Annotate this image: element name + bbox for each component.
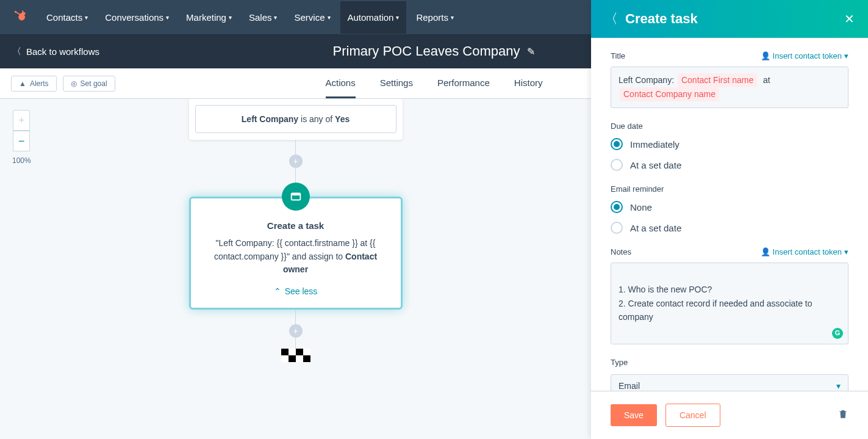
nav-contacts[interactable]: Contacts▾ [46,1,88,34]
nav-sales[interactable]: Sales▾ [249,1,278,34]
token-contact-company[interactable]: Contact Company name [620,87,719,101]
token-contact-firstname[interactable]: Contact First name [678,73,757,87]
chevron-down-icon: ▾ [451,14,454,21]
chevron-down-icon: ▾ [274,14,277,21]
type-select[interactable]: Email ▾ [611,374,848,391]
back-to-workflows-link[interactable]: 〈 Back to workflows [12,46,99,57]
person-icon: 👤 [761,51,770,60]
reminder-none-radio[interactable]: None [611,201,848,213]
task-title-input[interactable]: Left Company: Contact First name at Cont… [611,67,848,108]
nav-automation[interactable]: Automation▾ [340,1,407,34]
trash-icon [838,408,848,420]
due-date-label: Due date [611,122,848,131]
tab-actions[interactable]: Actions [326,68,356,98]
nav-reports[interactable]: Reports▾ [416,1,454,34]
due-immediately-radio[interactable]: Immediately [611,138,848,150]
chevron-down-icon: ▾ [166,14,169,21]
connector-line [295,338,296,349]
workflow-flow: Left Company is any of Yes + Create a ta… [189,99,403,362]
chevron-down-icon: ▾ [85,14,88,21]
insert-token-link[interactable]: 👤 Insert contact token ▾ [761,247,848,256]
trigger-card[interactable]: Left Company is any of Yes [189,99,403,140]
target-icon: ◎ [71,79,77,88]
panel-title: Create task [625,11,837,27]
see-less-toggle[interactable]: ⌃ See less [274,286,318,296]
warning-icon: ▲ [19,79,26,88]
zoom-in-button[interactable]: + [13,110,30,131]
connector-line [295,140,296,154]
workflow-tabs: Actions Settings Performance History [326,68,543,98]
panel-header: 〈 Create task ✕ [591,0,868,38]
trigger-property: Left Company [242,114,298,124]
panel-footer: Save Cancel [591,391,868,439]
person-icon: 👤 [761,247,770,256]
zoom-controls: + − 100% [12,110,31,165]
chevron-down-icon: ▾ [844,247,848,256]
tab-performance[interactable]: Performance [437,68,490,98]
type-label: Type [611,358,848,367]
create-task-action-card[interactable]: Create a task "Left Company: {{ contact.… [189,197,403,310]
radio-icon [611,138,623,150]
nav-service[interactable]: Service▾ [294,1,330,34]
chevron-down-icon: ▾ [396,14,399,21]
tab-settings[interactable]: Settings [380,68,413,98]
action-card-title: Create a task [204,220,387,231]
panel-back-button[interactable]: 〈 [604,10,618,28]
nav-conversations[interactable]: Conversations▾ [105,1,169,34]
nav-items: Contacts▾ Conversations▾ Marketing▾ Sale… [46,1,454,34]
chevron-down-icon: ▾ [229,14,232,21]
chevron-left-icon: 〈 [12,46,21,57]
trigger-operator: is any of [298,114,335,124]
delete-button[interactable] [838,408,848,423]
zoom-out-button[interactable]: − [13,131,30,151]
add-step-button[interactable]: + [289,154,303,168]
cancel-button[interactable]: Cancel [665,404,720,427]
trigger-value: Yes [335,114,350,124]
radio-icon [611,159,623,171]
nav-marketing[interactable]: Marketing▾ [186,1,232,34]
grammarly-icon[interactable]: G [832,328,843,339]
alerts-button[interactable]: ▲Alerts [11,76,57,92]
chevron-down-icon: ▾ [844,51,848,60]
action-card-body: "Left Company: {{ contact.firstname }} a… [204,237,387,277]
chevron-down-icon: ▾ [328,14,331,21]
insert-token-link[interactable]: 👤 Insert contact token ▾ [761,51,848,60]
notes-input[interactable]: 1. Who is the new POC? 2. Create contact… [611,263,848,344]
panel-body: Title 👤 Insert contact token ▾ Left Comp… [591,38,868,391]
add-step-button[interactable]: + [289,324,303,338]
email-reminder-label: Email reminder [611,184,848,194]
save-button[interactable]: Save [611,404,657,426]
pencil-icon[interactable]: ✎ [527,46,535,57]
task-action-icon [282,183,310,211]
hubspot-logo-icon[interactable] [12,9,28,25]
reminder-set-date-radio[interactable]: At a set date [611,222,848,234]
finish-flag-icon [281,349,310,362]
notes-label: Notes [611,247,631,256]
radio-icon [611,222,623,234]
connector-line [295,310,296,324]
tab-history[interactable]: History [514,68,543,98]
title-field-label: Title [611,51,625,60]
radio-icon [611,201,623,213]
workflow-title: Primary POC Leaves Company ✎ [333,43,536,59]
svg-rect-1 [291,194,300,196]
connector-line [295,168,296,183]
set-goal-button[interactable]: ◎Set goal [63,76,115,92]
close-icon[interactable]: ✕ [844,12,855,26]
chevron-up-icon: ⌃ [274,286,281,296]
workflow-canvas[interactable]: + − 100% Left Company is any of Yes + Cr… [0,99,591,439]
create-task-panel: 〈 Create task ✕ Title 👤 Insert contact t… [591,0,868,439]
zoom-percent: 100% [12,156,31,165]
chevron-down-icon: ▾ [836,381,841,391]
due-set-date-radio[interactable]: At a set date [611,159,848,171]
